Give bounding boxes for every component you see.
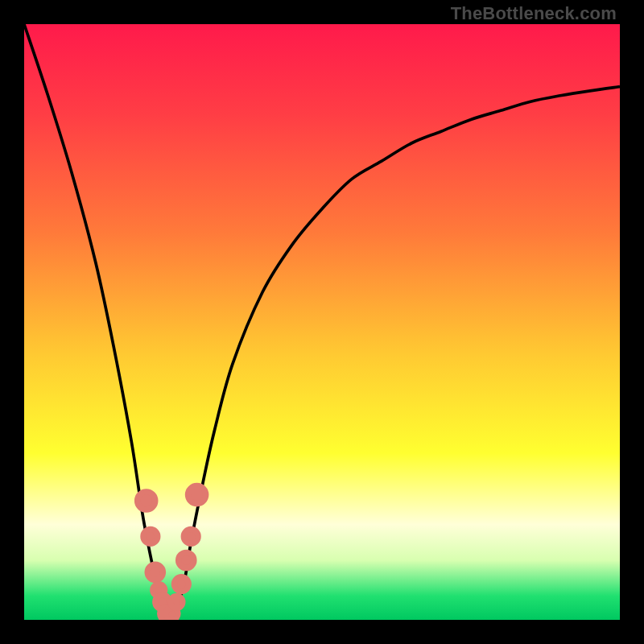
data-marker xyxy=(143,530,158,544)
data-marker xyxy=(174,577,188,592)
plot-area xyxy=(24,24,620,620)
data-marker xyxy=(179,552,194,568)
data-marker xyxy=(138,492,155,510)
data-marker xyxy=(188,486,206,504)
data-marker xyxy=(147,564,163,580)
chart-frame: TheBottleneck.com xyxy=(0,0,644,644)
bottleneck-curve xyxy=(24,24,620,620)
data-marker xyxy=(184,530,198,544)
data-marker xyxy=(171,596,183,608)
curve-layer xyxy=(24,24,620,620)
watermark-text: TheBottleneck.com xyxy=(451,3,617,24)
marker-group xyxy=(138,486,206,621)
